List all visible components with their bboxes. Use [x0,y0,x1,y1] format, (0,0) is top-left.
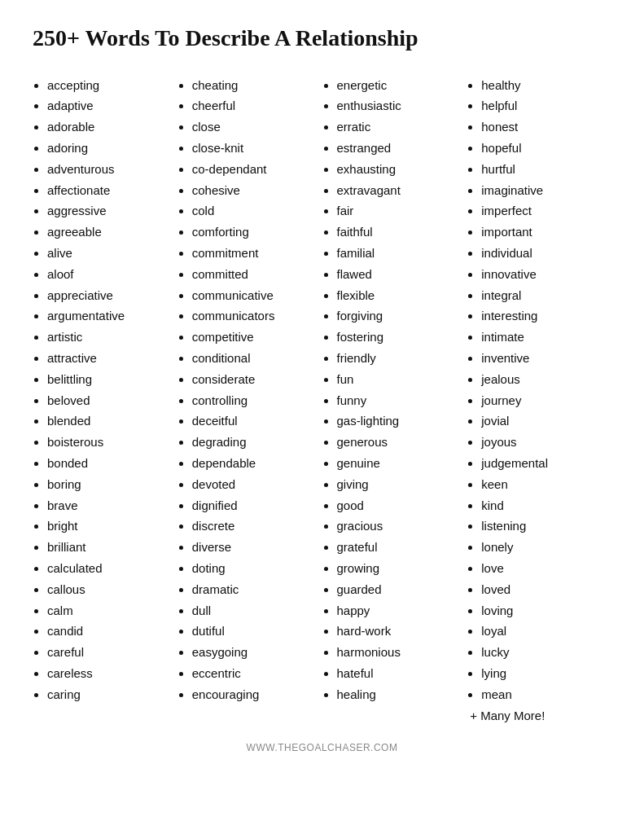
list-item: honest [481,116,605,138]
list-item: bright [47,516,171,537]
list-item: energetic [337,75,461,96]
list-item: affectionate [47,180,171,201]
list-item: fair [337,200,461,222]
list-item: dependable [192,453,316,474]
list-item: committed [192,264,316,285]
list-item: close-knit [192,138,316,159]
list-item: dignified [192,495,316,516]
list-item: gracious [337,516,461,537]
list-item: eccentric [192,663,316,684]
list-item: friendly [337,348,461,369]
column-2: cheatingcheerfulcloseclose-knitco-depend… [177,75,322,726]
list-item: alive [47,243,171,264]
list-item: extravagant [337,180,461,201]
list-item: journey [481,390,605,411]
list-item: judgemental [481,453,605,474]
list-item: funny [337,390,461,411]
list-item: faithful [337,222,461,243]
list-item: careful [47,642,171,663]
list-item: accepting [47,75,171,96]
list-item: joyous [481,432,605,453]
list-item: boring [47,474,171,495]
list-item: co-dependant [192,159,316,180]
list-item: mean [481,684,605,705]
list-item: lying [481,663,605,684]
list-item: loving [481,600,605,621]
list-item: belittling [47,369,171,390]
word-columns: acceptingadaptiveadorableadoringadventur… [33,75,611,726]
list-item: guarded [337,579,461,600]
list-item: hopeful [481,138,605,159]
list-item: argumentative [47,305,171,327]
list-item: appreciative [47,285,171,306]
list-item: cohesive [192,180,316,201]
list-item: hurtful [481,159,605,180]
list-item: agreeable [47,222,171,243]
list-item: hard-work [337,621,461,642]
list-item: conditional [192,348,316,369]
list-item: jovial [481,410,605,432]
list-item: diverse [192,537,316,558]
list-item: loved [481,579,605,600]
list-item: gas-lighting [337,410,461,432]
list-item: innovative [481,264,605,285]
list-item: grateful [337,537,461,558]
list-item: considerate [192,369,316,390]
list-item: close [192,116,316,138]
column-1: acceptingadaptiveadorableadoringadventur… [33,75,177,726]
list-item: flawed [337,264,461,285]
list-item: keen [481,474,605,495]
list-item: cheating [192,75,316,96]
page-title: 250+ Words To Describe A Relationship [33,24,611,52]
list-item: candid [47,621,171,642]
list-item: important [481,222,605,243]
column-4: healthyhelpfulhonesthopefulhurtfulimagin… [467,75,611,726]
list-item: love [481,558,605,579]
list-item: giving [337,474,461,495]
list-item: callous [47,579,171,600]
list-item: adoring [47,138,171,159]
list-item: dull [192,600,316,621]
list-item: adaptive [47,95,171,116]
list-item: beloved [47,390,171,411]
list-item: cold [192,200,316,222]
list-item: doting [192,558,316,579]
list-item: boisterous [47,432,171,453]
list-item: lucky [481,642,605,663]
list-item: familial [337,243,461,264]
list-item: individual [481,243,605,264]
list-item: healing [337,684,461,705]
list-item: interesting [481,305,605,327]
list-item: flexible [337,285,461,306]
list-item: fun [337,369,461,390]
list-item: commitment [192,243,316,264]
list-item: adorable [47,116,171,138]
list-item: discrete [192,516,316,537]
list-item: cheerful [192,95,316,116]
list-item: hateful [337,663,461,684]
list-item: enthusiastic [337,95,461,116]
list-item: aggressive [47,200,171,222]
list-item: blended [47,410,171,432]
list-item: aloof [47,264,171,285]
list-item: careless [47,663,171,684]
list-item: happy [337,600,461,621]
column-3: energeticenthusiasticerraticestrangedexh… [322,75,467,726]
list-item: helpful [481,95,605,116]
list-item: competitive [192,327,316,348]
list-item: bonded [47,453,171,474]
list-item: genuine [337,453,461,474]
list-item: imaginative [481,180,605,201]
list-item: controlling [192,390,316,411]
list-item: degrading [192,432,316,453]
list-item: comforting [192,222,316,243]
list-item: inventive [481,348,605,369]
list-item: brilliant [47,537,171,558]
list-item: attractive [47,348,171,369]
list-item: dutiful [192,621,316,642]
list-item: healthy [481,75,605,96]
list-item: listening [481,516,605,537]
list-item: good [337,495,461,516]
list-item: erratic [337,116,461,138]
list-item: devoted [192,474,316,495]
